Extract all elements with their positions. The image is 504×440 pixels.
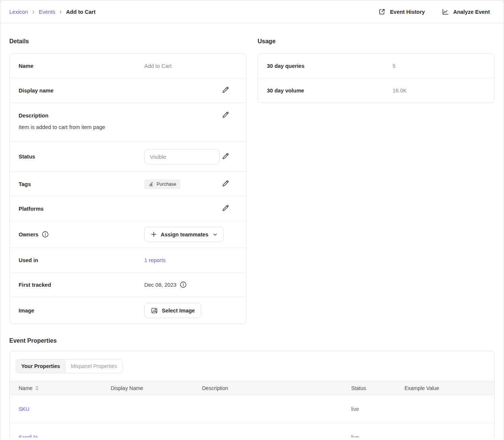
name-label: Name	[19, 63, 144, 69]
edit-tags-button[interactable]	[221, 179, 230, 189]
volume-value: 16.0K	[393, 88, 485, 94]
select-image-button[interactable]: Select Image	[144, 303, 201, 318]
description-value: Item is added to cart from item page	[19, 123, 237, 131]
event-properties-card: Your Properties Mixpanel Properties Name…	[9, 351, 495, 437]
column-header-description: Description	[202, 385, 351, 391]
details-card: Name Add to Cart Display name	[9, 53, 246, 324]
analyze-event-button[interactable]: Analyze Event	[441, 8, 490, 16]
status-input[interactable]: Visible	[144, 149, 220, 164]
detail-row-used-in: Used in 1 reports	[10, 248, 246, 272]
edit-description-button[interactable]	[221, 111, 230, 120]
property-link-scroll[interactable]: Scroll %	[19, 434, 38, 438]
chevron-right-icon	[59, 10, 63, 14]
tab-your-properties[interactable]: Your Properties	[16, 359, 66, 373]
usage-card: 30 day queries 5 30 day volume 16.0K	[258, 53, 495, 103]
lexicon-event-detail-page: Lexicon Events Add to Cart Event History	[0, 0, 504, 440]
usage-row-volume: 30 day volume 16.0K	[258, 78, 494, 103]
details-title: Details	[9, 38, 246, 45]
owners-label: Owners	[19, 232, 38, 238]
display-name-label: Display name	[19, 88, 144, 94]
edit-platforms-button[interactable]	[221, 204, 230, 213]
first-tracked-label: First tracked	[19, 282, 144, 288]
properties-tab-group: Your Properties Mixpanel Properties	[16, 359, 123, 373]
edit-display-name-button[interactable]	[221, 86, 230, 95]
info-icon[interactable]	[180, 281, 187, 288]
detail-row-display-name: Display name	[10, 78, 246, 103]
image-icon	[151, 307, 158, 314]
used-in-label: Used in	[19, 257, 144, 263]
breadcrumb-events[interactable]: Events	[39, 9, 55, 15]
tab-mixpanel-properties[interactable]: Mixpanel Properties	[66, 359, 122, 373]
chevron-down-icon	[213, 232, 217, 237]
properties-table-header: Name Display Name Description Status Exa…	[10, 381, 494, 395]
queries-label: 30 day queries	[267, 63, 393, 69]
breadcrumb-lexicon[interactable]: Lexicon	[9, 9, 28, 15]
pencil-icon	[221, 152, 230, 161]
image-label: Image	[19, 308, 144, 314]
money-bag-icon: 💰	[148, 182, 154, 186]
usage-row-queries: 30 day queries 5	[258, 54, 494, 78]
pencil-icon	[221, 86, 230, 95]
property-link-sku[interactable]: SKU	[19, 406, 29, 412]
detail-row-platforms: Platforms	[10, 196, 246, 221]
breadcrumb-current: Add to Cart	[66, 9, 95, 15]
name-column-label: Name	[19, 385, 32, 391]
property-row-sku: SKU live	[10, 395, 494, 423]
plus-icon	[151, 231, 157, 238]
pencil-icon	[221, 179, 230, 189]
used-in-reports-link[interactable]: 1 reports	[144, 257, 166, 263]
line-chart-icon	[441, 8, 449, 16]
detail-row-tags: Tags 💰 Purchase	[10, 172, 246, 196]
property-status: live	[351, 434, 404, 438]
tag-label: Purchase	[157, 182, 176, 187]
detail-row-first-tracked: First tracked Dec 08, 2023	[10, 272, 246, 297]
external-link-icon	[378, 8, 386, 16]
platforms-label: Platforms	[19, 206, 144, 212]
breadcrumb: Lexicon Events Add to Cart	[9, 9, 95, 15]
first-tracked-value: Dec 08, 2023	[144, 282, 176, 288]
property-row-scroll: Scroll % live	[10, 423, 494, 437]
topbar-actions: Event History Analyze Event	[378, 8, 490, 16]
status-label: Status	[19, 154, 144, 160]
column-header-name[interactable]: Name	[19, 385, 111, 391]
topbar: Lexicon Events Add to Cart Event History	[0, 0, 504, 23]
detail-row-image: Image Select Image	[10, 297, 246, 324]
name-value: Add to Cart	[144, 63, 237, 69]
volume-label: 30 day volume	[267, 88, 393, 94]
column-header-example-value: Example Value	[404, 385, 494, 391]
usage-title: Usage	[258, 38, 495, 45]
column-header-status: Status	[351, 385, 404, 391]
tag-purchase[interactable]: 💰 Purchase	[144, 179, 180, 189]
tags-label: Tags	[19, 181, 144, 187]
event-properties-title: Event Properties	[9, 337, 495, 344]
detail-row-status: Status Visible	[10, 141, 246, 172]
detail-row-name: Name Add to Cart	[10, 54, 246, 78]
property-status: live	[351, 406, 404, 412]
detail-row-description: Description Item is added to cart from i…	[10, 103, 246, 141]
chevron-right-icon	[31, 10, 35, 14]
event-history-label: Event History	[390, 9, 425, 15]
event-history-button[interactable]: Event History	[378, 8, 425, 16]
description-label: Description	[19, 113, 144, 119]
pencil-icon	[221, 111, 230, 120]
queries-value: 5	[393, 63, 485, 69]
assign-teammates-label: Assign teammates	[161, 232, 208, 238]
analyze-event-label: Analyze Event	[453, 9, 490, 15]
assign-teammates-button[interactable]: Assign teammates	[144, 227, 224, 242]
detail-row-owners: Owners Assign teammates	[10, 221, 246, 248]
pencil-icon	[221, 204, 230, 213]
select-image-label: Select Image	[162, 308, 195, 314]
info-icon[interactable]	[42, 231, 49, 238]
column-header-display-name: Display Name	[111, 385, 202, 391]
edit-status-button[interactable]	[221, 152, 230, 161]
sort-icon	[35, 386, 39, 390]
